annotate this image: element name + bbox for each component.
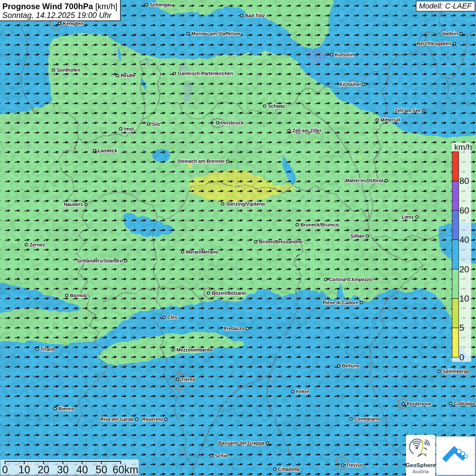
svg-text:Imst: Imst xyxy=(124,126,134,132)
svg-text:Schlanders/Silandro: Schlanders/Silandro xyxy=(77,258,123,264)
svg-text:Bassano del Grappa: Bassano del Grappa xyxy=(219,440,265,446)
svg-text:Spilimbergo: Spilimbergo xyxy=(442,369,470,374)
svg-text:Schwaz: Schwaz xyxy=(268,103,285,109)
svg-text:Conegliano: Conegliano xyxy=(354,416,380,422)
svg-text:Tirano: Tirano xyxy=(40,346,55,352)
svg-text:Mittersill: Mittersill xyxy=(380,117,400,123)
svg-text:Schongau: Schongau xyxy=(150,2,173,7)
svg-text:Silz: Silz xyxy=(152,121,160,127)
svg-text:Innsbruck: Innsbruck xyxy=(221,120,244,125)
svg-text:Steinach am Brenner: Steinach am Brenner xyxy=(177,158,225,164)
svg-text:60km: 60km xyxy=(113,464,138,476)
svg-text:Predazzo: Predazzo xyxy=(224,326,244,331)
svg-text:Berchtesgaden: Berchtesgaden xyxy=(417,41,451,46)
svg-text:Bormio: Bormio xyxy=(70,293,87,298)
svg-text:Sterzing/Vipiteno: Sterzing/Vipiteno xyxy=(226,201,265,207)
svg-text:Pieve di Cadore: Pieve di Cadore xyxy=(323,300,358,305)
svg-text:0: 0 xyxy=(459,352,464,362)
svg-text:Cortina d'Ampezzo: Cortina d'Ampezzo xyxy=(329,277,372,282)
svg-text:20: 20 xyxy=(459,264,469,274)
svg-text:Landeck: Landeck xyxy=(98,148,117,153)
svg-text:Sonntag, 14.12.2025 19:00 Uhr: Sonntag, 14.12.2025 19:00 Uhr xyxy=(2,11,112,20)
svg-text:Lienz: Lienz xyxy=(402,214,414,220)
svg-text:Cittadella: Cittadella xyxy=(278,466,300,472)
svg-text:Sonthofen: Sonthofen xyxy=(57,67,80,73)
svg-text:Bad Tölz: Bad Tölz xyxy=(245,13,265,18)
svg-text:5: 5 xyxy=(459,323,464,333)
svg-text:Austria: Austria xyxy=(412,469,429,474)
svg-text:Schio: Schio xyxy=(215,453,228,459)
svg-text:Kitzbühel: Kitzbühel xyxy=(339,82,361,87)
svg-text:0: 0 xyxy=(2,464,8,476)
svg-text:Reutte: Reutte xyxy=(121,73,136,78)
svg-text:30: 30 xyxy=(57,464,69,476)
svg-text:Hallein: Hallein xyxy=(442,31,458,36)
svg-text:Trento: Trento xyxy=(181,377,196,382)
svg-text:Prognose Wind 700hPa [km/h]: Prognose Wind 700hPa [km/h] xyxy=(2,2,118,11)
svg-text:Mezzolombardo: Mezzolombardo xyxy=(176,347,213,353)
svg-text:Rovereto: Rovereto xyxy=(142,417,163,422)
svg-text:Treviso: Treviso xyxy=(346,462,363,468)
svg-text:Zell am See: Zell am See xyxy=(395,108,421,113)
svg-text:Sillian: Sillian xyxy=(351,233,364,239)
svg-text:Meran/Merano: Meran/Merano xyxy=(186,249,218,255)
svg-text:10: 10 xyxy=(18,464,30,476)
svg-text:Nauders: Nauders xyxy=(64,202,83,207)
svg-text:Bozen/Bolzano: Bozen/Bolzano xyxy=(212,290,246,296)
svg-text:Matrei in Osttirol: Matrei in Osttirol xyxy=(345,178,383,183)
svg-text:Feltre: Feltre xyxy=(296,389,309,394)
svg-text:40: 40 xyxy=(459,235,469,245)
svg-text:Bienno: Bienno xyxy=(58,406,74,411)
svg-text:10: 10 xyxy=(459,293,469,304)
svg-text:Zernez: Zernez xyxy=(30,242,45,248)
svg-text:Cles: Cles xyxy=(167,314,177,320)
svg-text:40: 40 xyxy=(76,464,88,476)
svg-text:20: 20 xyxy=(38,464,49,476)
svg-text:60: 60 xyxy=(459,205,469,216)
svg-text:Brixen/Bressanone: Brixen/Bressanone xyxy=(259,239,303,244)
svg-text:Bruneck/Brunico: Bruneck/Brunico xyxy=(301,222,339,227)
svg-text:Garmisch-Partenkirchen: Garmisch-Partenkirchen xyxy=(178,71,233,76)
svg-text:Murnau am Staffelsee: Murnau am Staffelsee xyxy=(191,31,241,36)
svg-text:80: 80 xyxy=(459,176,469,186)
svg-text:Riva del Garda: Riva del Garda xyxy=(100,417,134,422)
svg-text:Codroipo: Codroipo xyxy=(454,401,475,406)
svg-text:Modell: C-LAEF: Modell: C-LAEF xyxy=(419,2,472,10)
svg-text:Belluno: Belluno xyxy=(342,363,359,369)
svg-text:50: 50 xyxy=(96,464,107,476)
svg-text:Kufstein: Kufstein xyxy=(335,52,354,57)
svg-text:GeoSphere: GeoSphere xyxy=(406,462,436,468)
svg-text:Pordenone: Pordenone xyxy=(407,401,431,407)
svg-text:Kempten: Kempten xyxy=(63,21,83,26)
svg-text:Zell am Ziller: Zell am Ziller xyxy=(292,128,322,133)
svg-text:km/h: km/h xyxy=(454,142,472,152)
